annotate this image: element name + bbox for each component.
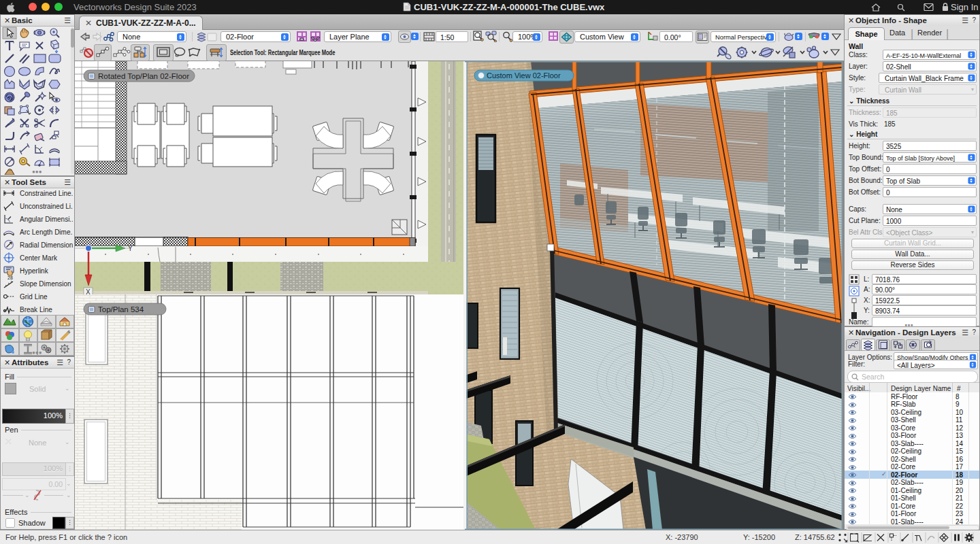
svg-text:Slope Dimension: Slope Dimension [20, 280, 71, 288]
svg-text:Y: Y [128, 245, 133, 252]
svg-text:Rotated Top/Plan 02-Floor: Rotated Top/Plan 02-Floor [98, 72, 189, 80]
svg-text:Top/Plan 534: Top/Plan 534 [98, 305, 144, 313]
svg-text:Center Mark: Center Mark [20, 254, 58, 262]
svg-text:Radial Dimension: Radial Dimension [20, 241, 73, 249]
svg-text:Custom View 02-Floor: Custom View 02-Floor [487, 71, 561, 80]
svg-text:Angular Dimensi...: Angular Dimensi... [20, 216, 73, 223]
svg-text:Break Line: Break Line [20, 306, 52, 313]
svg-text:28: 28 [7, 275, 13, 280]
svg-text:Grid Line: Grid Line [20, 293, 48, 301]
svg-text:Unconstrained Li...: Unconstrained Li... [20, 203, 73, 210]
svg-text:Hyperlink: Hyperlink [20, 267, 49, 275]
svg-text:Arc Length Dime...: Arc Length Dime... [20, 228, 73, 236]
svg-text:Constrained Line...: Constrained Line... [20, 190, 73, 197]
